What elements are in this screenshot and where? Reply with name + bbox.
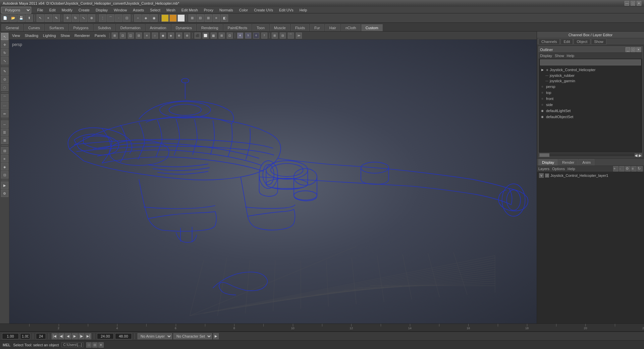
menu-help[interactable]: Help [297, 7, 310, 13]
pencil-tool[interactable]: ✏ [1, 110, 8, 117]
layer-visibility-toggle[interactable]: V [539, 173, 544, 178]
outliner-item-top[interactable]: ○ top [539, 90, 642, 96]
tab-subdivs[interactable]: Subdivs [94, 24, 115, 31]
select-tool[interactable]: ↖ [1, 33, 8, 40]
bc-extra-btn[interactable]: ▶ [213, 333, 219, 339]
scale-tool[interactable]: ⤡ [1, 57, 8, 64]
universal-manip-button[interactable]: ⊕ [88, 14, 95, 22]
extra-btn-2[interactable]: ◧ [221, 14, 228, 22]
context-dropdown[interactable]: Polygons Surfaces Dynamics Rendering nDy… [1, 7, 31, 13]
no-anim-layer-dropdown[interactable]: No Anim Layer [138, 333, 172, 339]
render-btn-left[interactable]: ▶ [1, 182, 8, 189]
cmd-btn-3[interactable]: ✕ [98, 342, 104, 348]
cmd-btn-2[interactable]: ⊡ [92, 342, 98, 348]
soft-mod-tool[interactable]: ⊙ [1, 76, 8, 83]
menu-edit[interactable]: Edit [47, 7, 58, 13]
tab-polygons[interactable]: Polygons [69, 24, 93, 31]
settings-btn[interactable]: ⚙ [1, 190, 8, 197]
menu-display[interactable]: Display [93, 7, 110, 13]
show-manipulator-button[interactable]: ⊞ [189, 14, 196, 22]
layer-delete-icon[interactable]: - [619, 166, 625, 171]
outliner-close-btn[interactable]: ✕ [636, 47, 641, 52]
menu-window[interactable]: Window [111, 7, 129, 13]
tab-deformation[interactable]: Deformation [116, 24, 145, 31]
vp-btn-display-2[interactable]: ⊟ [280, 33, 286, 39]
total-end-input[interactable] [115, 333, 132, 339]
tab-toon[interactable]: Toon [252, 24, 269, 31]
viewport-menu-panels[interactable]: Panels [93, 33, 107, 38]
render-button[interactable]: ◈ [142, 14, 150, 22]
vp-btn-display-3[interactable]: ⌒ [288, 33, 294, 39]
rotate-tool-button[interactable]: ↻ [72, 14, 79, 22]
open-scene-button[interactable]: 📂 [9, 14, 17, 22]
outliner-item-rubber[interactable]: — joystick_rubber [544, 73, 642, 78]
outliner-item-front[interactable]: ○ front [539, 96, 642, 102]
minimize-button[interactable]: — [625, 1, 629, 6]
tab-fluids[interactable]: Fluids [291, 24, 309, 31]
menu-proxy[interactable]: Proxy [201, 7, 216, 13]
layer-options-icon[interactable]: ≡ [631, 166, 637, 171]
import-button[interactable]: ⬆ [25, 14, 33, 22]
sculpt-tool[interactable]: ◌ [1, 84, 8, 91]
snap-curve-button[interactable]: ⌒ [107, 14, 114, 22]
lasso-select-button[interactable]: ⌖ [45, 14, 52, 22]
vp-btn-15[interactable]: ⊡ [227, 33, 233, 39]
menu-mesh[interactable]: Mesh [164, 7, 178, 13]
vp-btn-3[interactable]: ◫ [128, 33, 134, 39]
tab-general[interactable]: General [1, 24, 23, 31]
pose-button[interactable]: ⊟ [197, 14, 204, 22]
tab-hair[interactable]: Hair [325, 24, 340, 31]
tab-custom[interactable]: Custom [361, 24, 383, 31]
outliner-menu-show[interactable]: Show [555, 54, 564, 58]
layer-tab-anim[interactable]: Anim [579, 159, 594, 165]
tab-muscle[interactable]: Muscle [270, 24, 290, 31]
total-start-input[interactable] [97, 333, 114, 339]
layer-settings-icon[interactable]: ⚙ [625, 166, 631, 171]
outliner-item-helicopter[interactable]: ▶ ◈ Joystick_Control_Helicopter [539, 67, 642, 73]
outliner-scroll-left[interactable]: ◀ [635, 153, 638, 157]
tab-fur[interactable]: Fur [310, 24, 324, 31]
cmd-btn-1[interactable]: □ [86, 342, 92, 348]
layer-tab-display[interactable]: Display [538, 159, 558, 165]
play-forward-button[interactable]: ▶ [72, 333, 78, 339]
viewport-menu-renderer[interactable]: Renderer [73, 33, 91, 38]
layer-item-helicopter[interactable]: V / Joystick_Control_Helicopter_layer1 [538, 172, 643, 179]
vp-btn-shading-1[interactable]: 4 [237, 33, 243, 39]
start-frame-input[interactable] [2, 333, 19, 339]
layer-refresh-icon[interactable]: ↻ [637, 166, 643, 171]
paint-select-button[interactable]: ✎ [53, 14, 60, 22]
cb-tab-object[interactable]: Object [574, 39, 590, 45]
color-btn-white[interactable] [177, 14, 185, 22]
cb-tab-show[interactable]: Show [591, 39, 606, 45]
curve-tool[interactable]: ⌒ [1, 94, 8, 101]
snap-point-button[interactable]: · [115, 14, 122, 22]
outliner-hscroll-thumb[interactable] [539, 153, 549, 157]
vp-btn-11[interactable]: ⬛ [195, 33, 201, 39]
go-to-end-button[interactable]: ▶| [85, 333, 91, 339]
ep-curve-tool[interactable]: ⋯ [1, 102, 8, 109]
outliner-min-btn[interactable]: _ [626, 47, 630, 52]
viewport-3d[interactable]: X Y Z persp [9, 40, 537, 323]
step-back-button[interactable]: ◀| [58, 333, 64, 339]
ipr-render-button[interactable]: ◉ [150, 14, 158, 22]
move-tool[interactable]: ✛ [1, 41, 8, 48]
extra-btn-1[interactable]: ≡ [213, 14, 220, 22]
vp-btn-display-1[interactable]: ⊞ [272, 33, 278, 39]
save-scene-button[interactable]: 💾 [17, 14, 25, 22]
tab-curves[interactable]: Curves [24, 24, 44, 31]
menu-edit-uvs[interactable]: Edit UVs [276, 7, 296, 13]
cb-tab-edit[interactable]: Edit [560, 39, 573, 45]
snap-grid-button[interactable]: ⋮ [99, 14, 106, 22]
go-to-start-button[interactable]: |◀ [52, 333, 58, 339]
menu-file[interactable]: File [35, 7, 46, 13]
vp-btn-10[interactable]: ⊗ [184, 33, 190, 39]
outliner-menu-display[interactable]: Display [540, 54, 552, 58]
vp-btn-shading-2[interactable]: 5 [245, 33, 251, 39]
vp-btn-5[interactable]: ≡ [144, 33, 150, 39]
outliner-item-side[interactable]: ○ side [539, 102, 642, 108]
history-button[interactable]: ○ [134, 14, 142, 22]
layers-sub-layers[interactable]: Layers [538, 167, 549, 171]
measure-tool[interactable]: ↔ [1, 120, 8, 128]
menu-create[interactable]: Create [76, 7, 92, 13]
vp-btn-9[interactable]: ⊕ [176, 33, 182, 39]
